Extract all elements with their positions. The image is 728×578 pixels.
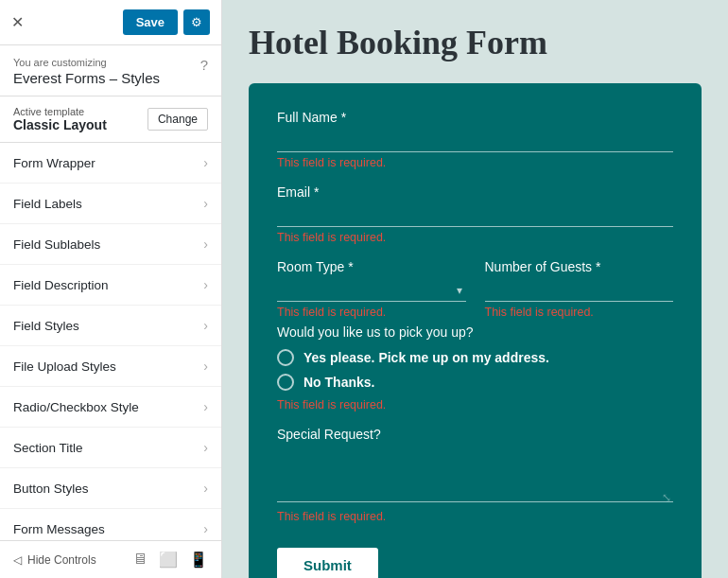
special-request-field: Special Request? ⤡ This field is require… bbox=[277, 427, 673, 523]
guests-error: This field is required. bbox=[485, 306, 674, 319]
help-icon[interactable]: ? bbox=[200, 57, 208, 73]
radio-circle-no bbox=[277, 374, 294, 391]
two-col-row: Room Type * ▾ This field is required. Nu… bbox=[277, 259, 673, 319]
sidebar-item-label: File Upload Styles bbox=[13, 359, 116, 374]
sidebar-item-field-description[interactable]: Field Description › bbox=[0, 265, 221, 306]
pickup-yes-label: Yes please. Pick me up on my address. bbox=[303, 350, 549, 365]
chevron-right-icon: › bbox=[203, 196, 208, 211]
top-bar: ✕ Save ⚙ bbox=[0, 0, 221, 45]
sidebar-item-form-messages[interactable]: Form Messages › bbox=[0, 509, 221, 540]
email-field: Email * This field is required. bbox=[277, 184, 673, 244]
sidebar-item-label: Field Styles bbox=[13, 319, 79, 333]
resize-handle-icon: ⤡ bbox=[662, 491, 671, 504]
sidebar-item-field-labels[interactable]: Field Labels › bbox=[0, 184, 221, 224]
chevron-right-icon: › bbox=[203, 155, 208, 170]
full-name-error: This field is required. bbox=[277, 156, 673, 169]
textarea-wrapper: ⤡ bbox=[277, 446, 673, 506]
guests-label: Number of Guests * bbox=[485, 259, 674, 274]
chevron-right-icon: › bbox=[203, 359, 208, 374]
save-button[interactable]: Save bbox=[123, 9, 178, 35]
form-card: Full Name * This field is required. Emai… bbox=[249, 83, 702, 578]
sidebar-item-label: Section Title bbox=[13, 441, 83, 455]
sidebar-item-label: Button Styles bbox=[13, 482, 89, 496]
chevron-right-icon: › bbox=[203, 277, 208, 292]
special-request-label: Special Request? bbox=[277, 427, 673, 442]
room-type-select[interactable] bbox=[277, 278, 466, 302]
desktop-icon[interactable]: 🖥 bbox=[132, 551, 147, 569]
special-request-textarea[interactable] bbox=[277, 446, 673, 502]
room-type-col: Room Type * ▾ This field is required. bbox=[277, 259, 466, 319]
sidebar-item-label: Field Labels bbox=[13, 197, 82, 211]
pickup-no-label: No Thanks. bbox=[303, 375, 374, 390]
tablet-icon[interactable]: ⬜ bbox=[159, 551, 178, 569]
save-area: Save ⚙ bbox=[123, 9, 210, 35]
active-template-section: Active template Classic Layout Change bbox=[0, 96, 221, 143]
sidebar-item-radio-checkbox[interactable]: Radio/Checkbox Style › bbox=[0, 387, 221, 428]
room-type-label: Room Type * bbox=[277, 259, 466, 274]
customizing-section: ? You are customizing Everest Forms – St… bbox=[0, 45, 221, 96]
sidebar-item-section-title[interactable]: Section Title › bbox=[0, 428, 221, 468]
mobile-icon[interactable]: 📱 bbox=[189, 551, 208, 569]
sidebar-item-form-wrapper[interactable]: Form Wrapper › bbox=[0, 143, 221, 184]
active-template-text: Active template Classic Layout bbox=[13, 106, 107, 132]
customizing-title: Everest Forms – Styles bbox=[13, 70, 208, 86]
change-template-button[interactable]: Change bbox=[147, 108, 208, 131]
pickup-field: Would you like us to pick you up? Yes pl… bbox=[277, 324, 673, 412]
pickup-question: Would you like us to pick you up? bbox=[277, 324, 673, 340]
chevron-right-icon: › bbox=[203, 236, 208, 252]
bottom-bar: ◁ Hide Controls 🖥 ⬜ 📱 bbox=[0, 540, 221, 578]
sidebar-item-button-styles[interactable]: Button Styles › bbox=[0, 468, 221, 509]
hide-controls-label: Hide Controls bbox=[27, 553, 96, 567]
sidebar-item-label: Form Wrapper bbox=[13, 156, 95, 170]
submit-button[interactable]: Submit bbox=[277, 548, 378, 578]
sidebar-item-field-sublabels[interactable]: Field Sublabels › bbox=[0, 224, 221, 265]
sidebar-item-label: Radio/Checkbox Style bbox=[13, 400, 139, 414]
guests-input[interactable] bbox=[485, 278, 674, 302]
sidebar-item-label: Field Description bbox=[13, 278, 109, 292]
customizing-label: You are customizing bbox=[13, 57, 208, 68]
email-error: This field is required. bbox=[277, 231, 673, 244]
radio-circle-yes bbox=[277, 349, 294, 366]
chevron-right-icon: › bbox=[203, 481, 208, 496]
email-input[interactable] bbox=[277, 203, 673, 227]
page-title: Hotel Booking Form bbox=[249, 23, 702, 62]
active-template-value: Classic Layout bbox=[13, 117, 107, 132]
bottom-icons: 🖥 ⬜ 📱 bbox=[132, 551, 208, 569]
right-panel: Hotel Booking Form Full Name * This fiel… bbox=[222, 0, 728, 578]
full-name-input[interactable] bbox=[277, 129, 673, 152]
special-request-error: This field is required. bbox=[277, 510, 673, 523]
guests-col: Number of Guests * This field is require… bbox=[485, 259, 674, 319]
chevron-right-icon: › bbox=[203, 440, 208, 455]
sidebar-item-field-styles[interactable]: Field Styles › bbox=[0, 306, 221, 346]
pickup-yes-option[interactable]: Yes please. Pick me up on my address. bbox=[277, 349, 673, 366]
hide-controls-icon: ◁ bbox=[13, 553, 22, 567]
pickup-no-option[interactable]: No Thanks. bbox=[277, 374, 673, 391]
sidebar-item-label: Form Messages bbox=[13, 522, 105, 536]
chevron-right-icon: › bbox=[203, 318, 208, 333]
sidebar-item-file-upload-styles[interactable]: File Upload Styles › bbox=[0, 346, 221, 387]
pickup-error: This field is required. bbox=[277, 398, 673, 412]
room-type-error: This field is required. bbox=[277, 306, 466, 319]
sidebar-item-label: Field Sublabels bbox=[13, 237, 100, 252]
nav-list: Form Wrapper › Field Labels › Field Subl… bbox=[0, 143, 221, 540]
full-name-field: Full Name * This field is required. bbox=[277, 110, 673, 169]
full-name-label: Full Name * bbox=[277, 110, 673, 125]
room-type-select-wrapper: ▾ bbox=[277, 278, 466, 302]
chevron-right-icon: › bbox=[203, 399, 208, 414]
gear-button[interactable]: ⚙ bbox=[183, 9, 210, 35]
active-template-label: Active template bbox=[13, 106, 107, 117]
hide-controls-button[interactable]: ◁ Hide Controls bbox=[13, 553, 96, 567]
email-label: Email * bbox=[277, 184, 673, 200]
close-button[interactable]: ✕ bbox=[11, 15, 24, 30]
left-panel: ✕ Save ⚙ ? You are customizing Everest F… bbox=[0, 0, 222, 578]
chevron-right-icon: › bbox=[203, 521, 208, 536]
